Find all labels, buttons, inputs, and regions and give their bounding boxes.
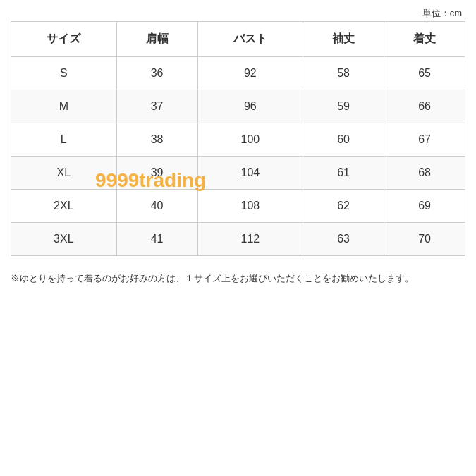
header-size: サイズ [11, 22, 117, 57]
table-row: M37965966 [11, 90, 465, 123]
table-cell: 67 [384, 123, 465, 157]
size-table: サイズ 肩幅 バスト 袖丈 着丈 S36925865M37965966L3810… [11, 21, 465, 256]
table-cell: 108 [197, 190, 303, 223]
table-cell: 70 [384, 223, 465, 256]
table-cell: 65 [384, 57, 465, 90]
table-cell: 36 [116, 57, 197, 90]
table-cell: 40 [116, 190, 197, 223]
table-header-row: サイズ 肩幅 バスト 袖丈 着丈 [11, 22, 465, 57]
table-cell: 60 [303, 123, 384, 157]
table-cell: 37 [116, 90, 197, 123]
table-cell: 104 [197, 157, 303, 190]
table-cell: S [11, 57, 117, 90]
table-cell: 59 [303, 90, 384, 123]
table-cell: 61 [303, 157, 384, 190]
table-row: S36925865 [11, 57, 465, 90]
table-cell: 3XL [11, 223, 117, 256]
table-cell: 39 [116, 157, 197, 190]
table-cell: 69 [384, 190, 465, 223]
header-bust: バスト [197, 22, 303, 57]
table-cell: 96 [197, 90, 303, 123]
table-cell: 62 [303, 190, 384, 223]
header-shoulder: 肩幅 [116, 22, 197, 57]
table-row: 3XL411126370 [11, 223, 465, 256]
table-cell: 92 [197, 57, 303, 90]
table-cell: 112 [197, 223, 303, 256]
table-cell: 66 [384, 90, 465, 123]
table-cell: L [11, 123, 117, 157]
table-cell: 58 [303, 57, 384, 90]
page-container: 単位：cm 9999trading サイズ 肩幅 バスト 袖丈 着丈 S3692… [0, 0, 476, 476]
unit-label: 単位：cm [11, 7, 465, 20]
table-cell: 68 [384, 157, 465, 190]
size-table-wrapper: 9999trading サイズ 肩幅 バスト 袖丈 着丈 S36925865M3… [11, 21, 465, 269]
table-row: XL391046168 [11, 157, 465, 190]
table-cell: M [11, 90, 117, 123]
table-row: 2XL401086269 [11, 190, 465, 223]
table-row: L381006067 [11, 123, 465, 157]
table-cell: 38 [116, 123, 197, 157]
table-cell: 100 [197, 123, 303, 157]
table-cell: 63 [303, 223, 384, 256]
note-text: ※ゆとりを持って着るのがお好みの方は、１サイズ上をお選びいただくことをお勧めいた… [11, 271, 465, 286]
header-sleeve: 袖丈 [303, 22, 384, 57]
table-cell: XL [11, 157, 117, 190]
table-cell: 2XL [11, 190, 117, 223]
table-cell: 41 [116, 223, 197, 256]
header-length: 着丈 [384, 22, 465, 57]
